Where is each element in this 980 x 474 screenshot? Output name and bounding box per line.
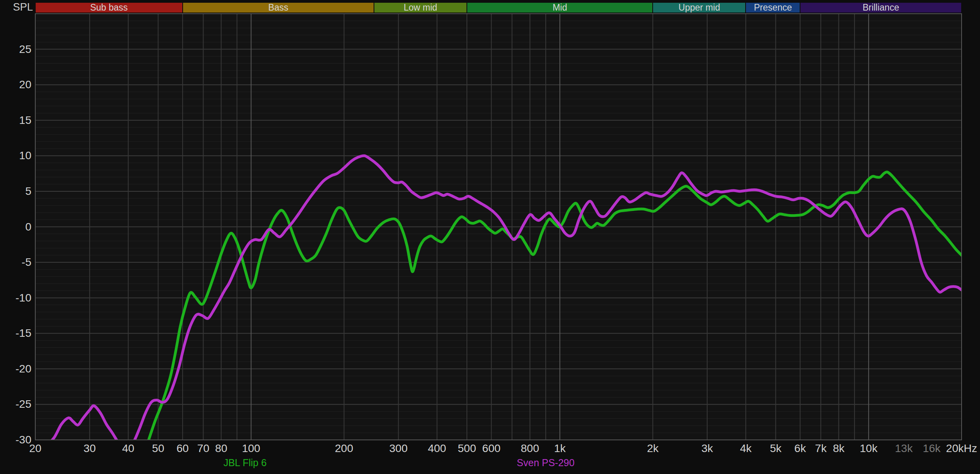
plot-area	[0, 0, 980, 474]
x-tick-label-60: 60	[176, 442, 189, 455]
y-tick-label-5: 5	[8, 185, 31, 198]
x-tick-label-4k: 4k	[740, 442, 752, 455]
spl-frequency-response-chart: SPL Sub bassBassLow midMidUpper midPrese…	[0, 0, 980, 474]
x-tick-label-30: 30	[83, 442, 96, 455]
y-tick-label--15: -15	[8, 327, 31, 340]
x-tick-label-50: 50	[152, 442, 164, 455]
x-tick-label-500: 500	[458, 442, 476, 455]
x-tick-label-70: 70	[197, 442, 209, 455]
x-tick-label-2k: 2k	[647, 442, 659, 455]
x-tick-label-10k: 10k	[860, 442, 877, 455]
x-tick-label-13k: 13k	[895, 442, 913, 455]
x-tick-label-600: 600	[482, 442, 501, 455]
x-tick-label-100: 100	[242, 442, 260, 455]
y-tick-label--10: -10	[8, 292, 31, 304]
x-tick-label-6k: 6k	[794, 442, 806, 455]
x-tick-label-20: 20	[29, 442, 41, 455]
x-tick-label-7k: 7k	[815, 442, 827, 455]
y-tick-label--5: -5	[8, 256, 31, 269]
grid	[35, 14, 962, 440]
x-tick-label-3k: 3k	[701, 442, 713, 455]
x-tick-label-80: 80	[215, 442, 227, 455]
y-tick-label-15: 15	[8, 114, 31, 127]
y-tick-label--20: -20	[8, 363, 31, 375]
y-tick-label-20: 20	[8, 78, 31, 91]
legend-item-sven-ps-290: Sven PS-290	[517, 457, 574, 469]
x-tick-label-16k: 16k	[923, 442, 940, 455]
legend-item-jbl-flip-6: JBL Flip 6	[223, 457, 267, 469]
x-tick-label-20khz: 20kHz	[946, 442, 977, 455]
x-tick-label-800: 800	[521, 442, 539, 455]
y-tick-label-10: 10	[8, 149, 31, 162]
x-tick-label-1k: 1k	[554, 442, 566, 455]
x-tick-label-8k: 8k	[833, 442, 845, 455]
x-tick-label-200: 200	[335, 442, 353, 455]
y-tick-label--25: -25	[8, 398, 31, 410]
x-tick-label-40: 40	[122, 442, 134, 455]
y-tick-label-25: 25	[8, 43, 31, 56]
x-tick-label-5k: 5k	[770, 442, 782, 455]
x-tick-label-400: 400	[428, 442, 446, 455]
y-tick-label-0: 0	[8, 221, 31, 233]
y-tick-label--30: -30	[8, 434, 31, 446]
x-tick-label-300: 300	[389, 442, 408, 455]
